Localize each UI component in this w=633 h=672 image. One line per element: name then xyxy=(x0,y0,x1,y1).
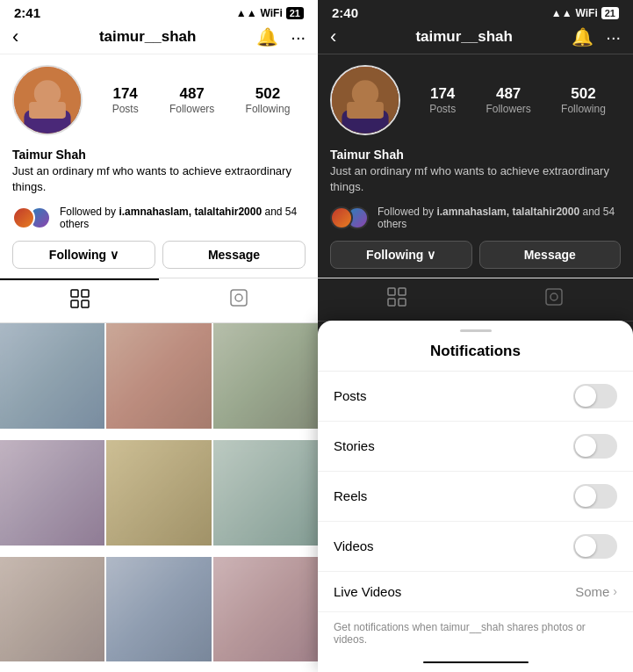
right-posts-count: 174 xyxy=(430,85,455,103)
grid-cell-3[interactable] xyxy=(213,323,318,428)
grid-cell-5[interactable] xyxy=(106,440,211,545)
grid-cell-6[interactable] xyxy=(213,440,318,545)
left-following-arrow: ∨ xyxy=(110,248,119,262)
left-profile-section: 174 Posts 487 Followers 502 Following xyxy=(0,54,318,142)
left-profile-top: 174 Posts 487 Followers 502 Following xyxy=(12,65,306,135)
videos-toggle[interactable] xyxy=(573,534,617,559)
left-back-button[interactable]: ‹ xyxy=(12,25,39,48)
grid-cell-9[interactable] xyxy=(213,557,318,661)
wifi-icon: WiFi xyxy=(261,7,283,19)
left-tab-grid[interactable] xyxy=(0,278,159,322)
right-action-buttons: Following ∨ Message xyxy=(318,237,633,278)
grid-cell-8[interactable] xyxy=(106,557,211,661)
left-avatar[interactable] xyxy=(12,65,83,135)
notification-footer: Get notifications when taimur__shah shar… xyxy=(318,612,633,654)
svg-rect-16 xyxy=(388,299,395,306)
notification-posts[interactable]: Posts xyxy=(318,372,633,422)
left-stat-following[interactable]: 502 Following xyxy=(246,85,291,115)
left-profile-bio: Just an ordinary mf who wants to achieve… xyxy=(12,163,306,195)
right-following-label: Following xyxy=(561,103,606,115)
left-nav-username: taimur__shah xyxy=(39,28,256,46)
right-bio-section: Taimur Shah Just an ordinary mf who want… xyxy=(318,142,633,202)
right-more-icon[interactable]: ··· xyxy=(606,27,621,47)
right-avatar-img xyxy=(332,67,399,134)
notification-posts-label: Posts xyxy=(334,388,367,403)
right-tab-tags[interactable] xyxy=(476,278,634,321)
right-tag-icon xyxy=(544,287,564,312)
svg-rect-3 xyxy=(29,102,66,119)
notification-stories[interactable]: Stories xyxy=(318,422,633,472)
left-posts-count: 174 xyxy=(112,85,137,103)
notification-live-videos[interactable]: Live Videos Some › xyxy=(318,572,633,612)
left-bell-icon[interactable]: 🔔 xyxy=(256,26,278,47)
svg-rect-5 xyxy=(82,290,89,297)
left-following-count: 502 xyxy=(255,85,280,103)
right-following-arrow: ∨ xyxy=(427,248,435,262)
right-status-icons: ▲▲ WiFi 21 xyxy=(551,7,619,19)
left-followers-count: 487 xyxy=(179,85,204,103)
left-followers-label: Followers xyxy=(169,103,214,115)
right-profile-bio: Just an ordinary mf who wants to achieve… xyxy=(330,163,621,195)
stories-toggle[interactable] xyxy=(573,434,617,459)
notification-stories-label: Stories xyxy=(334,438,375,453)
svg-rect-4 xyxy=(71,290,78,297)
right-profile-name: Taimur Shah xyxy=(330,148,621,162)
grid-cell-4[interactable] xyxy=(0,440,104,545)
right-battery-icon: 21 xyxy=(601,7,619,19)
right-followers-count: 487 xyxy=(496,85,521,103)
right-bell-icon[interactable]: 🔔 xyxy=(572,26,593,47)
reels-toggle[interactable] xyxy=(573,484,617,509)
right-message-button[interactable]: Message xyxy=(479,241,622,269)
left-followed-by: Followed by i.amnahaslam, talaltahir2000… xyxy=(0,202,318,237)
battery-icon: 21 xyxy=(286,7,304,19)
right-following-count: 502 xyxy=(571,85,595,103)
notifications-title: Notifications xyxy=(318,337,633,372)
live-videos-value-row: Some › xyxy=(575,584,617,599)
grid-cell-7[interactable] xyxy=(0,557,104,661)
left-following-label: Following xyxy=(49,248,106,262)
right-stat-posts[interactable]: 174 Posts xyxy=(429,85,456,115)
left-followed-text: Followed by i.amnahaslam, talaltahir2000… xyxy=(60,206,306,230)
right-profile-top: 174 Posts 487 Followers 502 Following xyxy=(330,65,621,135)
svg-rect-14 xyxy=(388,288,395,295)
right-signal-icon: ▲▲ xyxy=(551,7,572,19)
left-message-button[interactable]: Message xyxy=(162,241,306,269)
right-tab-grid[interactable] xyxy=(318,278,476,321)
right-avatar[interactable] xyxy=(330,65,400,135)
svg-rect-6 xyxy=(71,300,78,307)
left-following-button[interactable]: Following ∨ xyxy=(12,241,155,269)
right-stat-followers[interactable]: 487 Followers xyxy=(486,85,530,115)
videos-toggle-knob xyxy=(575,536,596,557)
posts-toggle[interactable] xyxy=(573,384,617,408)
right-nav-username: taimur__shah xyxy=(356,28,572,46)
left-tabs-bar xyxy=(0,278,318,323)
grid-cell-1[interactable] xyxy=(0,323,104,428)
right-stat-following[interactable]: 502 Following xyxy=(561,85,606,115)
right-top-nav: ‹ taimur__shah 🔔 ··· xyxy=(318,22,633,54)
left-time: 2:41 xyxy=(14,5,40,20)
sheet-handle xyxy=(460,329,492,332)
right-followed-users[interactable]: i.amnahaslam, talaltahir2000 xyxy=(436,206,579,218)
left-stat-followers[interactable]: 487 Followers xyxy=(169,85,214,115)
left-more-icon[interactable]: ··· xyxy=(291,27,306,47)
left-stat-posts[interactable]: 174 Posts xyxy=(112,85,139,115)
left-followed-users[interactable]: i.amnahaslam, talaltahir2000 xyxy=(119,206,262,218)
left-tab-tags[interactable] xyxy=(159,278,318,322)
left-stats: 174 Posts 487 Followers 502 Following xyxy=(97,85,306,115)
reels-toggle-knob xyxy=(575,486,596,507)
left-status-icons: ▲▲ WiFi 21 xyxy=(236,7,304,19)
right-time: 2:40 xyxy=(332,5,358,20)
right-screen: 2:40 ▲▲ WiFi 21 ‹ taimur__shah 🔔 ··· xyxy=(318,0,633,672)
right-following-button[interactable]: Following ∨ xyxy=(330,241,472,269)
notification-videos[interactable]: Videos xyxy=(318,522,633,572)
left-tag-icon xyxy=(229,288,248,313)
right-followers-label: Followers xyxy=(486,103,530,115)
grid-cell-2[interactable] xyxy=(106,323,211,428)
right-followed-by: Followed by i.amnahaslam, talaltahir2000… xyxy=(318,202,633,237)
right-back-button[interactable]: ‹ xyxy=(330,25,356,48)
right-nav-icons: 🔔 ··· xyxy=(572,26,621,47)
left-follower-avatars xyxy=(12,206,44,229)
left-photo-grid xyxy=(0,323,318,672)
svg-point-19 xyxy=(550,293,557,300)
notification-reels[interactable]: Reels xyxy=(318,472,633,522)
